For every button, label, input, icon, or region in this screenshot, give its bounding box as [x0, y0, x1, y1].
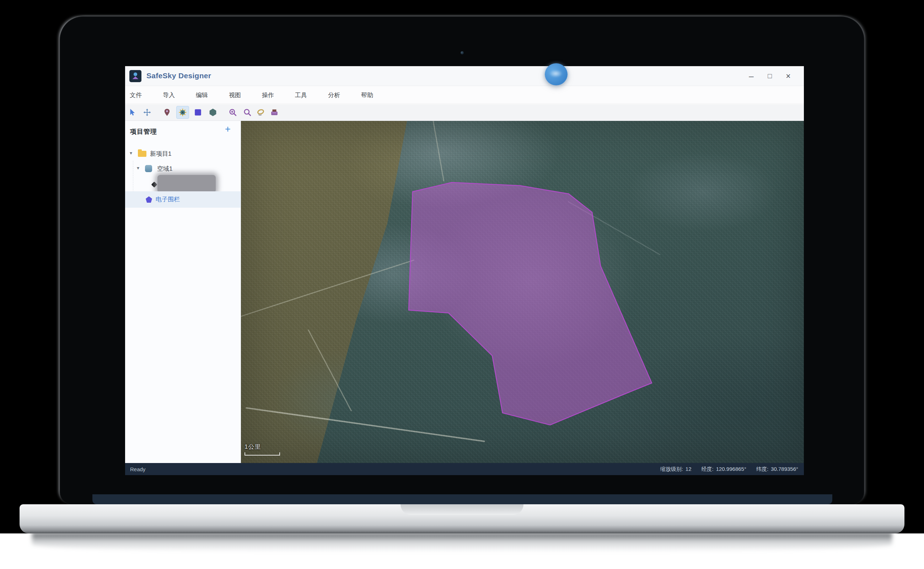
status-ready-text: Ready — [130, 466, 146, 472]
sidebar-title: 项目管理 — [130, 127, 157, 136]
map-vignette — [241, 121, 804, 463]
status-coordinates: 缩放级别: 12 经度: 120.996865° 纬度: 30.789356° — [660, 466, 798, 473]
longitude-label: 经度: — [701, 466, 714, 473]
tree-item-airspace[interactable]: ▾ 空域1 — [125, 163, 241, 175]
laptop-shadow — [32, 533, 892, 552]
zoom-in-icon — [229, 108, 237, 116]
pentagon-icon — [146, 196, 152, 203]
menu-tools[interactable]: 工具 — [295, 91, 307, 99]
menu-file[interactable]: 文件 — [130, 91, 142, 99]
zoom-in-tool-button[interactable] — [226, 106, 239, 119]
cursor-icon — [128, 108, 136, 116]
tree-item-label: 电子围栏 — [156, 195, 180, 204]
menu-analyze[interactable]: 分析 — [328, 91, 340, 99]
map-pin-icon — [163, 108, 171, 116]
tree-item-label: 新项目1 — [150, 150, 171, 158]
watermark-logo — [545, 63, 567, 85]
add-project-button[interactable]: + — [222, 124, 234, 135]
settings-tool-button[interactable] — [176, 106, 189, 119]
latitude-label: 纬度: — [756, 466, 768, 473]
select-tool-button[interactable] — [126, 106, 139, 119]
rectangle-tool-button[interactable] — [191, 106, 204, 119]
menu-bar: 文件 导入 编辑 视图 操作 工具 分析 帮助 — [125, 87, 804, 104]
app-logo-icon — [129, 70, 141, 82]
scale-line — [244, 452, 280, 456]
scale-bar: 1公里 — [244, 443, 280, 456]
polygon-icon — [209, 108, 217, 116]
title-bar: SafeSky Designer – □ × — [125, 66, 804, 86]
menu-import[interactable]: 导入 — [163, 91, 175, 99]
export-tool-button[interactable] — [268, 106, 281, 119]
point-marker-tool-button[interactable] — [161, 106, 173, 119]
tree-item-geofence[interactable]: 电子围栏 — [125, 191, 241, 208]
zoom-out-icon — [243, 108, 251, 116]
webcam-icon — [461, 51, 464, 55]
window-title: SafeSky Designer — [146, 72, 211, 80]
map-viewport[interactable]: 1公里 — [241, 121, 804, 463]
maximize-button[interactable]: □ — [760, 72, 779, 80]
menu-operate[interactable]: 操作 — [262, 91, 274, 99]
latitude-value: 30.789356° — [771, 466, 798, 473]
scale-label: 1公里 — [244, 443, 280, 451]
menu-edit[interactable]: 编辑 — [196, 91, 208, 99]
folder-icon — [138, 151, 146, 157]
square-icon — [194, 108, 202, 116]
tree-item-project[interactable]: ▾ 新项目1 — [125, 148, 241, 160]
lasso-icon — [257, 108, 265, 116]
project-sidebar: 项目管理 + ▾ 新项目1 ▾ 空域1 — [125, 121, 241, 463]
gear-icon — [179, 108, 187, 116]
zoom-out-tool-button[interactable] — [241, 106, 254, 119]
laptop-lid-notch — [401, 504, 523, 515]
laptop-hinge — [93, 494, 832, 504]
close-button[interactable]: × — [779, 72, 798, 81]
chevron-down-icon[interactable]: ▾ — [130, 150, 132, 156]
zoom-level-value: 12 — [686, 466, 692, 473]
stage: SafeSky Designer – □ × 文件 导入 编辑 视图 操作 工具… — [0, 0, 924, 569]
pan-tool-button[interactable] — [141, 106, 153, 119]
app-window: SafeSky Designer – □ × 文件 导入 编辑 视图 操作 工具… — [125, 66, 804, 475]
airspace-icon — [145, 165, 152, 172]
redacted-label — [158, 175, 216, 193]
status-bar: Ready 缩放级别: 12 经度: 120.996865° 纬度: 30.78… — [125, 463, 804, 475]
zoom-level-label: 缩放级别: — [660, 466, 683, 473]
menu-view[interactable]: 视图 — [229, 91, 241, 99]
longitude-value: 120.996865° — [716, 466, 746, 473]
menu-help[interactable]: 帮助 — [361, 91, 373, 99]
layers-icon — [270, 108, 278, 116]
tree-item-redacted[interactable] — [125, 178, 241, 191]
lasso-tool-button[interactable] — [255, 106, 267, 119]
window-controls: – □ × — [742, 66, 798, 86]
toolbar — [125, 104, 804, 121]
move-icon — [143, 108, 151, 116]
polygon-tool-button[interactable] — [206, 106, 219, 119]
tree-item-label: 空域1 — [157, 165, 172, 173]
laptop-base — [20, 504, 904, 534]
point-icon — [152, 182, 158, 188]
chevron-down-icon[interactable]: ▾ — [137, 165, 139, 171]
content-area: 项目管理 + ▾ 新项目1 ▾ 空域1 — [125, 121, 804, 463]
minimize-button[interactable]: – — [742, 71, 760, 81]
